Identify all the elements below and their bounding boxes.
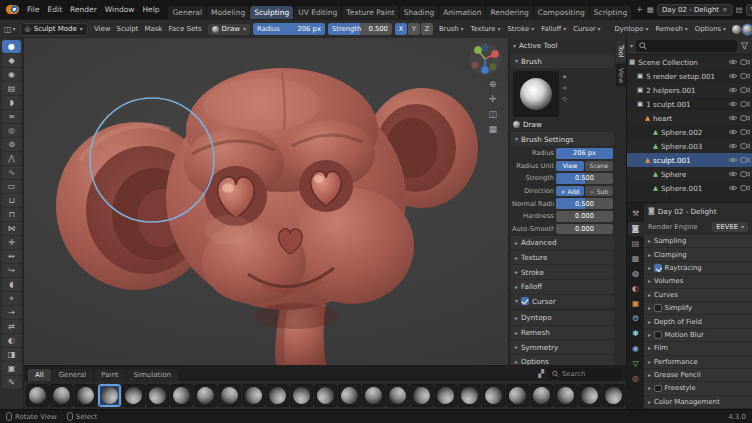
section-checkbox[interactable]	[654, 331, 662, 339]
brush-thumbnail-8[interactable]	[218, 384, 241, 407]
eye-icon[interactable]	[728, 156, 738, 164]
properties-tab-material[interactable]: ◎	[628, 372, 644, 386]
filter-icon[interactable]	[740, 42, 749, 50]
sculpt-tool-mask[interactable]: ◐	[2, 334, 21, 347]
viewport-menu[interactable]: Mask	[141, 23, 165, 35]
eye-icon[interactable]	[728, 170, 738, 178]
shading-mode-icon-shading-wireframe[interactable]	[732, 25, 741, 34]
properties-section[interactable]: ▸ Freestyle	[644, 382, 752, 395]
workspace-tab[interactable]: Rendering	[486, 6, 532, 19]
eye-icon[interactable]	[728, 128, 738, 136]
brush-thumbnail-15[interactable]	[386, 384, 409, 407]
viewport-header-popover[interactable]: Dyntopo▾	[612, 23, 652, 35]
asset-shelf-tab[interactable]: Paint	[94, 369, 125, 381]
toggle-perspective-icon[interactable]: ▦	[488, 125, 497, 134]
brush-thumbnail-10[interactable]	[266, 384, 289, 407]
workspace-tab[interactable]: Compositing	[534, 6, 589, 19]
sculpt-tool-draw-sharp[interactable]: ◆	[2, 54, 21, 67]
sculpt-tool-snake-hook[interactable]: ↪	[2, 264, 21, 277]
properties-section[interactable]: ▸ Motion Blur	[644, 329, 752, 342]
eye-icon[interactable]	[728, 114, 738, 122]
brush-thumbnail-1[interactable]	[50, 384, 73, 407]
brush-preview-button-fake-user-icon[interactable]: ◇	[562, 95, 567, 103]
sculpt-tool-elastic-deform[interactable]: ↭	[2, 250, 21, 263]
brush-settings-header[interactable]: ▾ Brush Settings	[511, 132, 614, 146]
toolbar-popover[interactable]: Cursor▾	[570, 23, 603, 35]
properties-section[interactable]: ▸ Film	[644, 342, 752, 355]
brush-setting-row[interactable]: Radius 206 px	[509, 147, 616, 160]
brush-thumbnail-18[interactable]	[458, 384, 481, 407]
strength-slider[interactable]: Strength 0.500	[328, 23, 392, 35]
properties-tab-modifiers[interactable]: ⚙	[628, 312, 644, 326]
brush-thumbnail-16[interactable]	[410, 384, 433, 407]
brush-preview-button-new-brush-icon[interactable]: +	[562, 84, 567, 92]
viewport-3d[interactable]: ⊕ ✛ ◫ ▦ ▾ Active Tool ▾ Brush	[24, 38, 626, 409]
panel-section-header[interactable]: ▸Stroke	[511, 265, 614, 279]
toolbar-popover[interactable]: Stroke▾	[504, 23, 537, 35]
workspace-tab[interactable]: General	[168, 6, 206, 19]
brush-thumbnail-21[interactable]	[530, 384, 553, 407]
workspace-tab[interactable]: Texture Paint	[342, 6, 398, 19]
camera-visibility-icon[interactable]	[740, 156, 750, 164]
camera-visibility-icon[interactable]	[740, 184, 750, 192]
camera-visibility-icon[interactable]	[740, 72, 750, 80]
brush-thumbnail-24[interactable]	[602, 384, 625, 407]
properties-tab-view-layer[interactable]: ▦	[628, 252, 644, 266]
brush-thumbnail-5[interactable]	[146, 384, 169, 407]
unlink-icon[interactable]: ✕	[722, 6, 727, 14]
brush-thumbnail-22[interactable]	[554, 384, 577, 407]
sculpt-tool-draw[interactable]: ●	[2, 40, 21, 53]
camera-visibility-icon[interactable]	[740, 58, 750, 66]
topbar-menu[interactable]: Edit	[44, 3, 67, 16]
camera-visibility-icon[interactable]	[740, 114, 750, 122]
editor-type-selector[interactable]: ◫▾	[3, 25, 17, 34]
sculpt-tool-scrape[interactable]: ⊓	[2, 208, 21, 221]
outliner-row[interactable]: Sphere.002	[627, 125, 752, 139]
brush-setting-row[interactable]: Hardness 0.000	[509, 210, 616, 223]
properties-tab-particles[interactable]: ✱	[628, 327, 644, 341]
brush-thumbnail-14[interactable]	[362, 384, 385, 407]
viewport-menu[interactable]: Face Sets	[165, 23, 204, 35]
outliner-row[interactable]: Scene Collection	[627, 55, 752, 69]
outliner-row[interactable]: Sphere.001	[627, 181, 752, 195]
brush-setting-row[interactable]: Direction + Add− Sub	[509, 185, 616, 198]
topbar-menu[interactable]: Window	[101, 3, 139, 16]
outliner-row[interactable]: heart	[627, 111, 752, 125]
sculpt-tool-pinch[interactable]: ⋈	[2, 222, 21, 235]
outliner-row[interactable]: 5 render setup.001	[627, 69, 752, 83]
viewport-menu[interactable]: Sculpt	[114, 23, 142, 35]
panel-section-header[interactable]: ▸Advanced	[511, 236, 614, 250]
properties-section[interactable]: ▸ Sampling	[644, 235, 752, 248]
topbar-menu[interactable]: Help	[138, 3, 163, 16]
properties-tab-object[interactable]: ▣	[628, 297, 644, 311]
shading-mode-icon-shading-solid[interactable]	[743, 25, 752, 34]
move-view-icon[interactable]: ✛	[489, 95, 497, 104]
asset-shelf-tab[interactable]: General	[52, 369, 94, 381]
sculpt-tool-thumb[interactable]: ◖	[2, 278, 21, 291]
camera-visibility-icon[interactable]	[740, 100, 750, 108]
add-workspace-button[interactable]: +	[632, 3, 647, 16]
workspace-tab[interactable]: UV Editing	[294, 6, 341, 19]
sculpt-tool-flatten[interactable]: ▭	[2, 180, 21, 193]
properties-tab-render[interactable]: ◙	[628, 222, 644, 236]
properties-section[interactable]: ▸ Volumes	[644, 275, 752, 288]
radius-slider[interactable]: Radius 206 px	[253, 23, 325, 35]
brush-thumbnail-23[interactable]	[578, 384, 601, 407]
properties-section[interactable]: ▸ Simplify	[644, 302, 752, 315]
sculpt-tool-clay-strips[interactable]: ▤	[2, 82, 21, 95]
camera-visibility-icon[interactable]	[740, 142, 750, 150]
workspace-tab[interactable]: Scripting	[590, 6, 631, 19]
sculpt-tool-blob[interactable]: ⊚	[2, 138, 21, 151]
brush-section-header[interactable]: ▾ Brush	[511, 54, 614, 68]
blender-logo-icon[interactable]	[6, 5, 19, 14]
cursor-checkbox[interactable]	[521, 297, 529, 305]
sculpt-tool-nudge[interactable]: →	[2, 306, 21, 319]
toolbar-popover[interactable]: Falloff▾	[538, 23, 569, 35]
asset-shelf-tab[interactable]: All	[28, 369, 51, 381]
brush-setting-row[interactable]: Strength 0.500	[509, 172, 616, 185]
panel-section-header[interactable]: ▸Options	[511, 355, 614, 365]
brush-thumbnail-11[interactable]	[290, 384, 313, 407]
workspace-tab[interactable]: Animation	[439, 6, 485, 19]
brush-thumbnail-7[interactable]	[194, 384, 217, 407]
navigation-gizmo[interactable]	[468, 42, 502, 76]
